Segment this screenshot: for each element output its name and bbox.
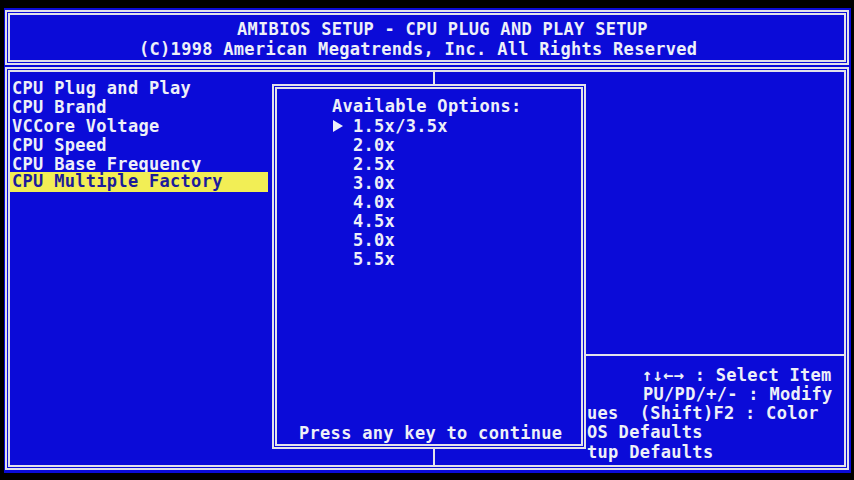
option-5.0x[interactable]: 5.0x [353, 231, 395, 250]
available-options-dialog [272, 84, 586, 449]
selected-option-arrow-icon [333, 120, 343, 132]
help-bios-defaults: OS Defaults [587, 423, 703, 442]
help-color: ues (Shift)F2 : Color [587, 404, 819, 423]
option-3.0x[interactable]: 3.0x [353, 174, 395, 193]
help-select-item: ↑↓←→ : Select Item [642, 366, 832, 385]
help-modify: PU/PD/+/- : Modify [643, 385, 833, 404]
menu-item-cpu-plug-and-play[interactable]: CPU Plug and Play [12, 79, 191, 98]
option-4.0x[interactable]: 4.0x [353, 193, 395, 212]
option-2.0x[interactable]: 2.0x [353, 136, 395, 155]
option-1.5x-3.5x[interactable]: 1.5x/3.5x [353, 117, 448, 136]
page-title: AMIBIOS SETUP - CPU PLUG AND PLAY SETUP [237, 20, 648, 39]
bios-setup-screen: AMIBIOS SETUP - CPU PLUG AND PLAY SETUP … [0, 0, 854, 480]
copyright-line: (C)1998 American Megatrends, Inc. All Ri… [139, 40, 697, 59]
option-4.5x[interactable]: 4.5x [353, 212, 395, 231]
menu-item-cpu-speed[interactable]: CPU Speed [12, 136, 107, 155]
option-2.5x[interactable]: 2.5x [353, 155, 395, 174]
dialog-title: Available Options: [332, 97, 522, 116]
menu-item-vccore-voltage[interactable]: VCCore Voltage [12, 117, 160, 136]
menu-item-cpu-multiple-factory[interactable]: CPU Multiple Factory [10, 172, 268, 192]
help-setup-defaults: tup Defaults [587, 443, 713, 462]
dialog-footer-prompt: Press any key to continue [299, 424, 562, 443]
option-5.5x[interactable]: 5.5x [353, 250, 395, 269]
menu-item-cpu-brand[interactable]: CPU Brand [12, 98, 107, 117]
